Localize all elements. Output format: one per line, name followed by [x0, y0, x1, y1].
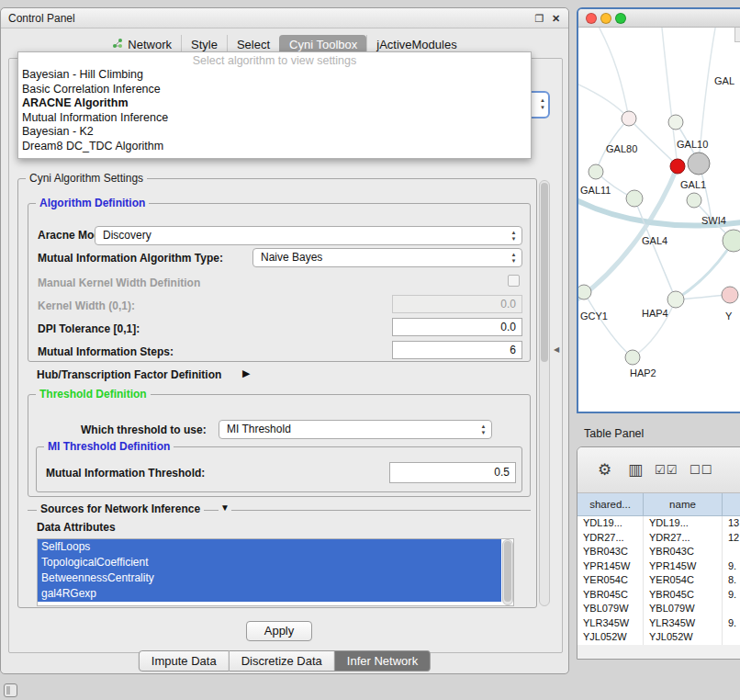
cell[interactable]: YBR043C [644, 545, 723, 559]
kernel-width-field[interactable]: 0.0 [392, 295, 522, 313]
cell[interactable]: 9. [723, 588, 740, 603]
column-header-clipped[interactable] [723, 493, 740, 515]
dropdown-item-bayesian-k2[interactable]: Bayesian - K2 [18, 125, 531, 140]
dpi-tolerance-field[interactable]: 0.0 [392, 318, 522, 336]
table-row[interactable]: YDL19... YDL19... 13 [577, 516, 740, 531]
dropdown-item-dream8[interactable]: Dream8 DC_TDC Algorithm [18, 140, 531, 154]
cell[interactable]: YDR27... [577, 531, 644, 546]
cell[interactable] [723, 602, 740, 616]
mi-threshold-field[interactable]: 0.5 [389, 462, 516, 483]
splitter-collapse-icon[interactable]: ◀ [554, 345, 559, 354]
aracne-mode-combobox[interactable]: Discovery ▲ ▼ [95, 226, 522, 245]
cell[interactable]: YDL19... [577, 516, 644, 531]
expand-down-icon[interactable]: ▼ [219, 502, 231, 513]
table-row[interactable]: YBL079W YBL079W [577, 602, 740, 616]
cell[interactable]: 8. [723, 573, 740, 588]
settings-scrollbar[interactable] [539, 180, 550, 606]
network-node[interactable] [578, 285, 591, 299]
mi-steps-field[interactable]: 6 [392, 341, 522, 359]
network-node[interactable] [722, 287, 738, 303]
dropdown-item-aracne[interactable]: ARACNE Algorithm [18, 96, 531, 111]
table-row[interactable]: YBR043C YBR043C [577, 545, 740, 559]
attribute-item-betweennesscentrality[interactable]: BetweennessCentrality [38, 570, 501, 586]
sources-section-label[interactable]: Sources for Network Inference [37, 502, 204, 515]
hub-tf-definition-label[interactable]: Hub/Transcription Factor Definition [37, 368, 221, 381]
cell[interactable]: YER054C [644, 573, 723, 588]
cell[interactable]: YDL19... [644, 516, 723, 531]
minimize-traffic-icon[interactable] [600, 13, 611, 24]
table-row[interactable]: YBR045C YBR045C 9. [577, 588, 740, 603]
attribute-item-gal4rgexp[interactable]: gal4RGexp [38, 586, 501, 602]
cell[interactable]: YBL079W [644, 602, 723, 616]
mi-algorithm-type-combobox[interactable]: Naive Bayes ▲ ▼ [252, 248, 522, 267]
cell[interactable]: YDR27... [644, 531, 723, 546]
network-canvas[interactable]: GAL80 GAL10 GAL11 GAL1 SWI4 GAL4 GCY1 HA… [578, 28, 740, 412]
zoom-traffic-icon[interactable] [615, 13, 626, 24]
cell[interactable]: 9. [723, 616, 740, 631]
columns-icon[interactable]: ▥ [628, 460, 643, 480]
table-row[interactable]: YJL052W YJL052W [577, 630, 740, 645]
cell[interactable]: YJL052W [577, 630, 644, 645]
combo-stepper-icon[interactable]: ▲ ▼ [540, 96, 545, 111]
table-row[interactable]: YER054C YER054C 8. [577, 573, 740, 588]
deselect-all-checkboxes-icon[interactable]: ☐☐ [690, 463, 712, 477]
cell[interactable]: 9. [723, 559, 740, 574]
scrollbar-thumb[interactable] [541, 183, 548, 362]
cell[interactable]: YJL052W [644, 630, 723, 645]
network-node[interactable] [589, 164, 603, 179]
attribute-item-topologicalcoefficient[interactable]: TopologicalCoefficient [38, 555, 501, 570]
mi-algorithm-type-label: Mutual Information Algorithm Type: [38, 252, 223, 265]
network-node[interactable] [723, 230, 740, 252]
tab-discretize-data[interactable]: Discretize Data [230, 650, 335, 672]
mi-steps-label: Mutual Information Steps: [38, 345, 174, 358]
cell[interactable]: YBR043C [577, 545, 644, 559]
column-header-shared-name[interactable]: shared... [577, 493, 644, 515]
which-threshold-combobox[interactable]: MI Threshold ▲ ▼ [219, 420, 492, 439]
mi-threshold-label: Mutual Information Threshold: [46, 467, 205, 480]
attribute-item-selfloops[interactable]: SelfLoops [38, 539, 501, 555]
stepper-up-icon: ▲ [481, 423, 487, 430]
select-all-checkboxes-icon[interactable]: ☑☑ [655, 463, 678, 477]
column-header-name[interactable]: name [644, 493, 723, 515]
network-node-gal10[interactable] [688, 152, 710, 175]
cell[interactable] [723, 545, 740, 559]
collapse-right-icon[interactable]: ▶ [242, 367, 250, 379]
cell[interactable]: YBL079W [577, 602, 644, 616]
cell[interactable]: YPR145W [644, 559, 723, 574]
attribute-list-scrollbar[interactable] [502, 539, 513, 605]
cell[interactable]: YPR145W [577, 559, 644, 574]
cell[interactable]: YLR345W [644, 616, 723, 631]
cell[interactable]: 12 [723, 531, 740, 546]
float-window-icon[interactable]: ❐ [533, 12, 546, 26]
cell[interactable]: 13 [723, 516, 740, 531]
network-node[interactable] [667, 291, 684, 308]
cell[interactable]: YBR045C [577, 588, 644, 603]
gear-icon[interactable]: ⚙ [598, 460, 611, 480]
network-graph[interactable]: GAL80 GAL10 GAL11 GAL1 SWI4 GAL4 GCY1 HA… [578, 28, 740, 412]
table-row[interactable]: YDR27... YDR27... 12 [577, 531, 740, 546]
table-row[interactable]: YLR345W YLR345W 9. [577, 616, 740, 631]
network-node[interactable] [687, 193, 701, 208]
cell[interactable]: YER054C [577, 573, 644, 588]
cell[interactable]: YBR045C [644, 588, 723, 603]
canvas-scrollbar-stub[interactable] [734, 28, 740, 42]
network-node[interactable] [622, 111, 636, 126]
dropdown-item-bayesian-hill-climbing[interactable]: Bayesian - Hill Climbing [18, 68, 531, 83]
dock-panel-icon[interactable] [4, 683, 17, 697]
table-row[interactable]: YPR145W YPR145W 9. [577, 559, 740, 574]
cell[interactable]: YLR345W [577, 616, 644, 631]
close-icon[interactable]: ✕ [549, 12, 563, 26]
network-node-selected-red[interactable] [670, 159, 685, 174]
network-node[interactable] [626, 190, 643, 207]
scrollbar-thumb[interactable] [504, 541, 511, 602]
dropdown-item-basic-correlation[interactable]: Basic Correlation Inference [18, 83, 531, 97]
tab-infer-network[interactable]: Infer Network [335, 650, 431, 672]
network-node[interactable] [668, 115, 683, 130]
close-traffic-icon[interactable] [586, 13, 597, 24]
tab-impute-data[interactable]: Impute Data [139, 650, 230, 672]
apply-button[interactable]: Apply [246, 621, 312, 641]
cell[interactable] [723, 630, 740, 645]
network-node[interactable] [625, 350, 640, 365]
dropdown-item-mutual-information[interactable]: Mutual Information Inference [18, 111, 531, 126]
manual-kernel-width-checkbox[interactable] [508, 275, 520, 287]
